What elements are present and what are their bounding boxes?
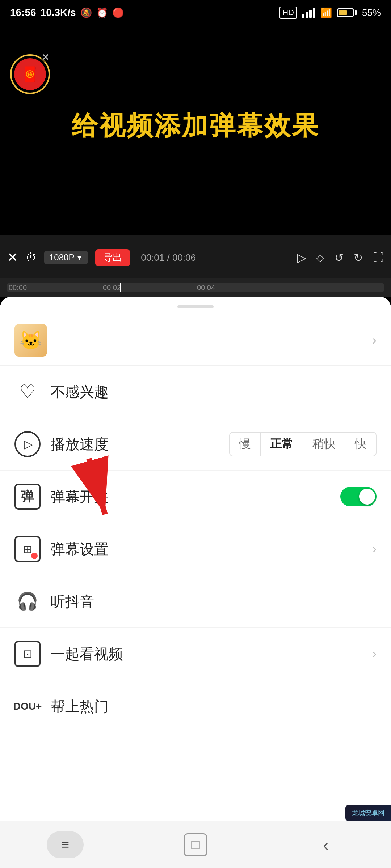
tl-label-0: 00:00 xyxy=(7,284,101,292)
playback-controls: ▷ ◇ ↺ ↻ ⛶ xyxy=(297,250,384,265)
fullscreen-button[interactable]: ⛶ xyxy=(373,251,384,264)
menu-item-danmaku-settings[interactable]: ⊞ 弹幕设置 › xyxy=(0,523,391,575)
nav-menu-item[interactable]: ≡ xyxy=(29,830,101,859)
danmaku-toggle-switch[interactable] xyxy=(340,487,377,506)
close-video-button[interactable]: ✕ xyxy=(7,250,18,265)
speed-slow[interactable]: 慢 xyxy=(230,433,261,456)
danmaku-toggle-label: 弹幕开关 xyxy=(51,487,109,507)
timer-icon[interactable]: ⏱ xyxy=(25,251,37,264)
toggle-knob xyxy=(359,489,375,505)
redo-button[interactable]: ↻ xyxy=(354,251,363,264)
undo-button[interactable]: ↺ xyxy=(335,251,344,264)
home-button[interactable]: □ xyxy=(184,833,207,856)
network-speed: 10.3K/s xyxy=(41,7,76,18)
red-packet-icon: 🧧 xyxy=(14,58,46,90)
home-icon: □ xyxy=(192,837,200,852)
featured-chevron-icon: › xyxy=(372,333,377,348)
battery-percent: 55% xyxy=(362,7,381,18)
speed-normal[interactable]: 正常 xyxy=(261,433,303,456)
status-right: HD 📶 55% xyxy=(279,7,381,19)
back-button[interactable]: ‹ xyxy=(323,835,328,855)
watch-together-icon: ⊡ xyxy=(14,641,41,667)
export-button[interactable]: 导出 xyxy=(95,249,130,266)
menu-item-danmaku-toggle[interactable]: 弹 弹幕开关 xyxy=(0,471,391,523)
menu-item-listen-douyin[interactable]: 🎧 听抖音 xyxy=(0,575,391,628)
time-display: 16:56 xyxy=(10,7,36,18)
signal-icon xyxy=(302,8,315,18)
bottom-navigation: ≡ □ ‹ xyxy=(0,821,391,868)
featured-item[interactable]: 🐱 › xyxy=(0,315,391,366)
tl-label-2: 00:04 xyxy=(196,284,290,292)
sheet-handle[interactable] xyxy=(177,305,214,308)
watermark: 龙城安卓网 xyxy=(345,805,391,821)
toggle-container xyxy=(340,487,377,506)
timeline-bar[interactable]: 00:00 00:02 00:04 xyxy=(0,278,391,297)
speed-slightly-fast[interactable]: 稍快 xyxy=(303,433,345,456)
heart-icon: ♡ xyxy=(14,379,41,405)
mute-icon: 🔕 xyxy=(80,7,92,18)
playback-speed-label: 播放速度 xyxy=(51,434,109,454)
danmaku-settings-icon: ⊞ xyxy=(14,536,41,562)
douplus-icon: DOU+ xyxy=(14,693,41,719)
menu-list: ♡ 不感兴趣 ▷ 播放速度 慢 正常 稍快 快 弹 弹幕开关 xyxy=(0,366,391,783)
playback-icon: ▷ xyxy=(14,431,41,457)
nav-back-item[interactable]: ‹ xyxy=(290,830,362,859)
not-interested-label: 不感兴趣 xyxy=(51,382,109,402)
speed-options-container: 慢 正常 稍快 快 xyxy=(229,432,377,456)
timeline-track[interactable]: 00:00 00:02 00:04 xyxy=(7,283,384,292)
battery-indicator xyxy=(337,8,357,17)
hd-badge: HD xyxy=(279,7,297,19)
menu-item-playback-speed[interactable]: ▷ 播放速度 慢 正常 稍快 快 xyxy=(0,418,391,471)
nav-home-item[interactable]: □ xyxy=(159,830,232,859)
timeline-labels: 00:00 00:02 00:04 xyxy=(7,283,384,292)
watch-together-chevron-icon: › xyxy=(372,646,377,661)
alarm-icon: ⏰ xyxy=(96,7,108,18)
video-player[interactable]: 🧧 ✕ 给视频添加弹幕效果 xyxy=(0,25,391,235)
speed-options[interactable]: 慢 正常 稍快 快 xyxy=(229,432,377,456)
menu-item-hot-topic[interactable]: DOU+ 帮上热门 xyxy=(0,680,391,732)
danmaku-settings-label: 弹幕设置 xyxy=(51,539,109,559)
play-button[interactable]: ▷ xyxy=(297,250,306,265)
danmaku-settings-chevron-icon: › xyxy=(372,541,377,557)
playback-time: 00:01 / 00:06 xyxy=(141,252,196,263)
danmaku-settings-right: › xyxy=(372,541,377,557)
notification-icon: 🔴 xyxy=(112,7,124,18)
menu-button[interactable]: ≡ xyxy=(47,831,84,858)
menu-item-watch-together[interactable]: ⊡ 一起看视频 › xyxy=(0,628,391,680)
menu-item-not-interested[interactable]: ♡ 不感兴趣 xyxy=(0,366,391,418)
headphone-icon: 🎧 xyxy=(14,588,41,614)
wifi-icon: 📶 xyxy=(320,7,332,18)
controls-top-row: ✕ ⏱ 1080P ▼ 导出 00:01 / 00:06 ▷ ◇ ↺ ↻ ⛶ xyxy=(7,246,384,268)
status-bar: 16:56 10.3K/s 🔕 ⏰ 🔴 HD 📶 55% xyxy=(0,0,391,25)
video-subtitle-text: 给视频添加弹幕效果 xyxy=(0,109,391,143)
speed-fast[interactable]: 快 xyxy=(345,433,376,456)
red-packet-widget[interactable]: 🧧 ✕ xyxy=(10,54,50,94)
watch-together-label: 一起看视频 xyxy=(51,644,123,664)
diamond-icon[interactable]: ◇ xyxy=(316,252,324,264)
tl-label-1: 00:02 xyxy=(101,284,196,292)
danmaku-icon: 弹 xyxy=(14,484,41,510)
featured-thumbnail: 🐱 xyxy=(14,324,47,357)
hot-topic-label: 帮上热门 xyxy=(51,697,109,716)
video-controls-bar: ✕ ⏱ 1080P ▼ 导出 00:01 / 00:06 ▷ ◇ ↺ ↻ ⛶ xyxy=(0,235,391,278)
bottom-sheet: 🐱 › ♡ 不感兴趣 ▷ 播放速度 慢 正常 稍快 快 xyxy=(0,297,391,846)
resolution-selector[interactable]: 1080P ▼ xyxy=(44,251,88,264)
red-packet-close-button[interactable]: ✕ xyxy=(41,52,51,62)
playhead[interactable] xyxy=(120,283,121,292)
status-left: 16:56 10.3K/s 🔕 ⏰ 🔴 xyxy=(10,7,124,18)
watch-together-right: › xyxy=(372,646,377,661)
listen-douyin-label: 听抖音 xyxy=(51,592,94,612)
resolution-chevron-icon: ▼ xyxy=(76,254,83,262)
